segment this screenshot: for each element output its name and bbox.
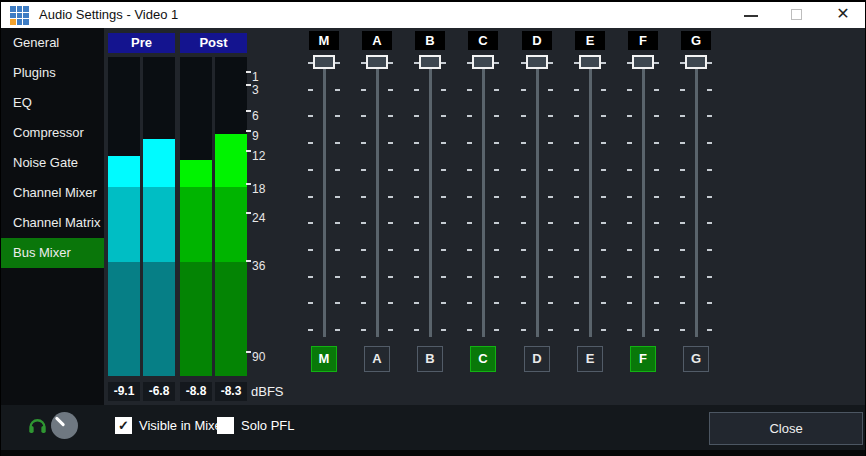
bus-select-button-b[interactable]: B [417, 346, 443, 372]
meter-segment [180, 262, 212, 376]
meter-segment [143, 262, 175, 376]
fader-tick [601, 329, 606, 331]
dbfs-unit-label: dBFS [251, 382, 284, 401]
scale-label-1: 1 [252, 70, 259, 84]
fader-tick [494, 302, 499, 304]
fader-tick [361, 329, 366, 331]
meter-bar-post-2 [215, 57, 247, 376]
fader-tick [680, 329, 685, 331]
fader-tick [680, 196, 685, 198]
meter-segment [215, 187, 247, 262]
meter-value-post-2: -8.3 [215, 382, 247, 401]
fader-tick [388, 249, 393, 251]
window-close-button[interactable]: ✕ [823, 2, 863, 28]
sidebar-item-general[interactable]: General [1, 28, 104, 58]
fader-tick [441, 62, 446, 64]
fader-tick [654, 222, 659, 224]
fader-track-a[interactable] [376, 60, 379, 337]
meter-segment [215, 134, 247, 187]
fader-tick [707, 276, 712, 278]
fader-handle-b[interactable] [419, 55, 441, 69]
sidebar-item-noise-gate[interactable]: Noise Gate [1, 148, 104, 178]
fader-tick [494, 196, 499, 198]
fader-tick [388, 115, 393, 117]
fader-tick [707, 62, 712, 64]
fader-tick [707, 302, 712, 304]
fader-handle-c[interactable] [472, 55, 494, 69]
fader-track-c[interactable] [482, 60, 485, 337]
minimize-button[interactable] [731, 2, 771, 28]
fader-handle-f[interactable] [632, 55, 654, 69]
fader-tick [574, 276, 579, 278]
meter-bar-pre-1 [108, 57, 140, 376]
fader-tick [654, 249, 659, 251]
sidebar-item-bus-mixer[interactable]: Bus Mixer [1, 238, 104, 268]
scale-label-6: 6 [252, 109, 259, 123]
bus-select-button-m[interactable]: M [311, 346, 337, 372]
fader-tick [361, 89, 366, 91]
fader-tick [627, 115, 632, 117]
fader-handle-a[interactable] [366, 55, 388, 69]
fader-tick [548, 276, 553, 278]
fader-tick [308, 302, 313, 304]
scale-tick [246, 110, 251, 112]
fader-handle-m[interactable] [313, 55, 335, 69]
solo-pfl-checkbox[interactable]: Solo PFL [217, 417, 294, 434]
sidebar-item-plugins[interactable]: Plugins [1, 58, 104, 88]
fader-tick [601, 142, 606, 144]
fader-tick [414, 142, 419, 144]
fader-tick [601, 249, 606, 251]
bus-select-button-g[interactable]: G [683, 346, 709, 372]
bus-select-button-a[interactable]: A [364, 346, 390, 372]
fader-tick [494, 142, 499, 144]
bus-label-b: B [415, 31, 445, 50]
meter-header-post[interactable]: Post [180, 33, 247, 53]
fader-track-e[interactable] [589, 60, 592, 337]
sidebar-item-eq[interactable]: EQ [1, 88, 104, 118]
fader-tick [335, 169, 340, 171]
bus-select-button-d[interactable]: D [524, 346, 550, 372]
sidebar-item-channel-mixer[interactable]: Channel Mixer [1, 178, 104, 208]
fader-tick [388, 169, 393, 171]
bus-select-button-e[interactable]: E [577, 346, 603, 372]
bus-select-button-c[interactable]: C [470, 346, 496, 372]
meter-value-pre-2: -6.8 [143, 382, 175, 401]
fader-tick [548, 329, 553, 331]
maximize-button[interactable] [777, 2, 817, 28]
meter-header-pre[interactable]: Pre [108, 33, 175, 53]
fader-handle-d[interactable] [526, 55, 548, 69]
app-logo-icon [10, 6, 29, 25]
fader-track-g[interactable] [695, 60, 698, 337]
fader-tick [467, 196, 472, 198]
bus-select-button-f[interactable]: F [630, 346, 656, 372]
fader-tick [441, 89, 446, 91]
bus-label-a: A [362, 31, 392, 50]
fader-tick [680, 249, 685, 251]
headphone-volume-knob[interactable] [51, 412, 78, 439]
scale-tick [246, 130, 251, 132]
sidebar-item-compressor[interactable]: Compressor [1, 118, 104, 148]
footer-bar: ✓ Visible in Mixer Solo PFL Close [1, 405, 866, 450]
close-button[interactable]: Close [709, 412, 863, 445]
fader-tick [574, 222, 579, 224]
fader-track-m[interactable] [323, 60, 326, 337]
bus-label-c: C [468, 31, 498, 50]
fader-tick [680, 89, 685, 91]
fader-handle-e[interactable] [579, 55, 601, 69]
fader-tick [627, 302, 632, 304]
fader-tick [494, 249, 499, 251]
fader-tick [308, 115, 313, 117]
fader-track-b[interactable] [429, 60, 432, 337]
fader-tick [521, 169, 526, 171]
visible-in-mixer-checkbox[interactable]: ✓ Visible in Mixer [115, 417, 226, 434]
fader-tick [308, 222, 313, 224]
fader-track-f[interactable] [642, 60, 645, 337]
sidebar-item-channel-matrix[interactable]: Channel Matrix [1, 208, 104, 238]
scale-label-18: 18 [252, 182, 265, 196]
fader-tick [680, 222, 685, 224]
fader-track-d[interactable] [536, 60, 539, 337]
scale-tick [246, 150, 251, 152]
fader-handle-g[interactable] [685, 55, 707, 69]
fader-tick [521, 89, 526, 91]
fader-tick [707, 196, 712, 198]
